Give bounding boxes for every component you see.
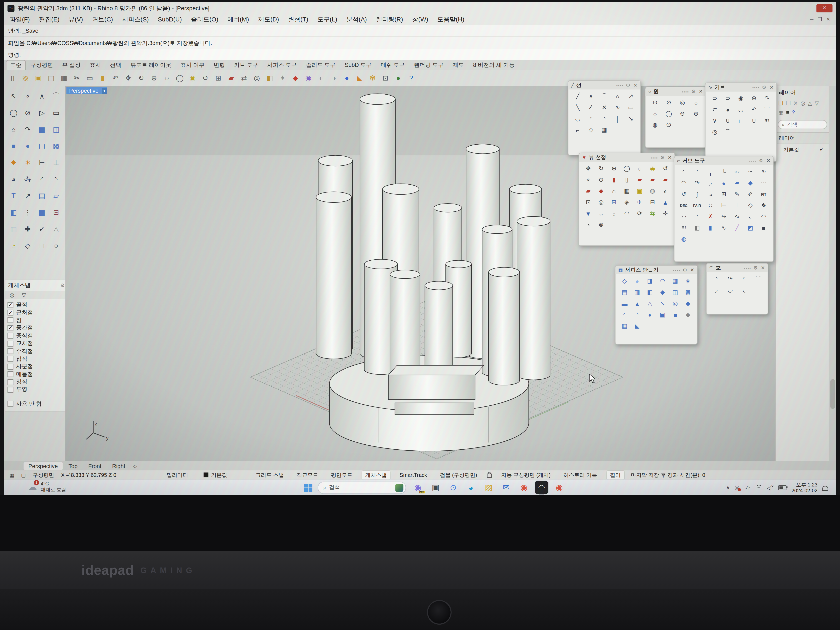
osnap-checkbox[interactable]: ✓ [8,302,13,308]
tool-icon[interactable]: ◝ [598,114,611,123]
tool-icon[interactable]: ♦ [644,310,656,319]
tool-icon[interactable]: ⁂ [21,173,35,185]
tool-icon[interactable]: ⊥ [49,156,63,168]
tool-icon[interactable]: ∿ [757,167,771,176]
tool-icon[interactable]: ⊕ [608,164,621,173]
tool-icon[interactable]: ↖ [6,90,21,102]
osnap-disable-checkbox[interactable] [8,401,13,407]
tool-icon[interactable]: ⊞ [717,189,730,199]
tool-icon[interactable]: ○ [611,92,624,101]
gear-icon[interactable]: ⚙ [759,158,763,164]
move-down-icon[interactable]: ▽ [815,100,819,106]
mail-icon[interactable]: ✉ [500,481,513,494]
gear-icon[interactable]: ⚙ [660,155,665,160]
tool-icon[interactable]: ◇ [21,239,35,251]
tool-icon[interactable]: ● [21,140,35,152]
tool-icon[interactable]: ∧ [35,90,49,102]
new-viewport-icon[interactable]: ◇ [133,463,137,469]
osnap-checkbox[interactable] [8,371,13,377]
tool-icon[interactable]: ◇ [618,276,631,286]
tool-icon[interactable]: ╤ [704,167,717,176]
zoom-icon[interactable]: ⊕ [148,72,159,84]
tool-icon[interactable]: ◎ [595,198,608,207]
tool-icon[interactable]: ⊚ [595,220,608,229]
status-toggle[interactable]: 직교모드 [294,471,322,479]
tool-icon[interactable]: ▰ [659,175,672,185]
tool-icon[interactable]: ◈ [682,276,695,286]
tool-icon[interactable]: ↘ [656,299,669,308]
tool-icon[interactable]: ◡ [571,114,584,123]
tool-icon[interactable]: ⋮ [21,206,35,218]
tool-icon[interactable]: ▦ [35,123,49,135]
tool-icon[interactable]: ⊟ [49,206,63,218]
tool-icon[interactable]: ○ [49,239,63,251]
tool-icon[interactable]: ⊘ [662,98,676,107]
render-sphere-blue-icon[interactable]: ● [341,72,352,84]
drag-dots-icon[interactable]: ▪▪▪▪ [651,156,658,159]
edge-icon[interactable]: ◕ [464,481,477,494]
current-layer-chip[interactable]: 기본값 [204,471,245,479]
status-toggle[interactable]: SmartTrack [396,472,430,478]
tool-icon[interactable]: ✕ [598,103,611,112]
tool-icon[interactable]: ↕ [608,209,621,218]
tool-icon[interactable]: ◠ [677,178,690,188]
menu-item[interactable]: 분석(A) [346,15,367,23]
circle-handle-icon[interactable]: ◎ [251,72,262,84]
zoom-selected-icon[interactable]: ◉ [187,72,198,84]
tool-icon[interactable]: ◜ [584,114,598,123]
rotate-view-icon[interactable]: ↻ [136,72,147,84]
tool-icon[interactable]: ↺ [659,164,672,173]
weather-widget[interactable]: ☁1 4°C 대체로 흐림 [28,481,66,493]
tool-icon[interactable]: ◔ [582,220,595,229]
tool-icon[interactable]: ⌒ [598,92,611,101]
tool-icon[interactable]: ◎ [708,128,721,137]
tool-icon[interactable]: ▤ [35,189,49,202]
restore-icon[interactable]: ❐ [818,17,822,22]
tool-icon[interactable]: ▭ [49,107,63,118]
tool-icon[interactable]: ▮ [608,175,621,185]
cut-icon[interactable]: ✂ [71,72,82,84]
tool-icon[interactable]: ◐ [659,186,672,196]
tool-icon[interactable]: ◎ [676,98,689,107]
list-view-icon[interactable]: ≡ [786,109,789,115]
tool-icon[interactable]: ▩ [682,288,695,297]
tool-icon[interactable]: ◆ [682,299,695,308]
tool-icon[interactable]: ✛ [659,209,672,218]
tool-icon[interactable]: ◝ [709,275,723,284]
close-icon[interactable]: ✕ [690,267,694,273]
tool-icon[interactable]: ↷ [760,94,774,103]
viewport-tab[interactable]: Right [107,462,130,470]
tool-icon[interactable]: ◆ [595,186,608,196]
status-toggle[interactable]: 그리드 스냅 [252,471,287,479]
osnap-snap-icon[interactable]: ◎ [9,292,14,298]
copy-icon[interactable]: ▭ [84,72,95,84]
tool-icon[interactable]: ⊟ [646,198,659,207]
tool-icon[interactable]: ∠ [584,103,598,112]
tool-icon[interactable]: ⊢ [717,201,730,210]
tool-icon[interactable]: ≡ [757,223,771,232]
drag-dots-icon[interactable]: ▪▪▪▪ [744,266,751,270]
tool-icon[interactable]: ╱ [571,92,584,101]
toolbar-tab[interactable]: 뷰 설정 [58,61,84,70]
sublayer-icon[interactable]: ❐ [786,100,791,106]
tool-icon[interactable]: ⌐ [571,125,584,134]
tool-icon[interactable]: ∿ [730,212,744,221]
tool-icon[interactable]: ○ [689,98,703,107]
tool-icon[interactable]: ● [721,105,734,114]
osnap-checkbox[interactable] [8,379,13,385]
status-toggle[interactable]: 검볼 (구성평면) [437,471,480,479]
minimize-icon[interactable]: ─ [810,17,813,22]
tool-icon[interactable]: ⊃ [708,94,721,103]
tool-icon[interactable]: T [6,189,21,202]
photos-icon[interactable]: ▣ [429,481,442,494]
tool-icon[interactable]: ▥ [631,288,644,297]
units-label[interactable]: 밀리미터 [158,471,197,479]
tool-icon[interactable]: ◝ [690,212,704,221]
tool-icon[interactable]: ∪ [747,116,761,125]
cplane-label[interactable]: 구성평면 [33,471,54,479]
tool-icon[interactable]: ◕ [6,173,21,185]
battery-icon[interactable] [778,485,787,490]
tool-icon[interactable]: ◌ [633,164,646,173]
gear-icon[interactable]: ⚙ [683,267,687,273]
tool-icon[interactable]: ◯ [662,109,676,118]
